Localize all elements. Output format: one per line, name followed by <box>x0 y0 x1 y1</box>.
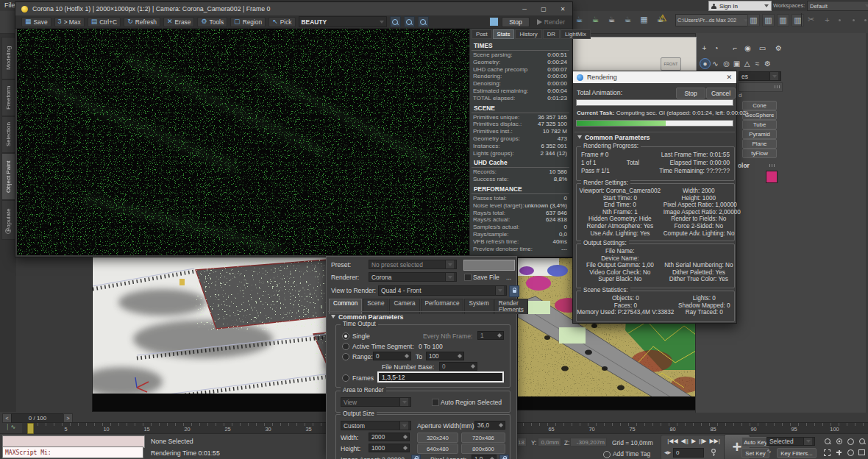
current-frame-field[interactable]: 0 <box>673 448 704 458</box>
tab-post[interactable]: Post <box>472 29 492 39</box>
corona-toolbar-button[interactable]: ▤ Ctrl+C <box>88 17 121 27</box>
preset-800x600-button[interactable]: 800x600 <box>461 444 505 454</box>
primitive-category-dropdown[interactable]: es <box>739 71 781 81</box>
browse-button[interactable]: ... <box>506 274 511 281</box>
aperture-spinner[interactable]: 36,0 <box>474 421 505 430</box>
orbit-icon[interactable] <box>846 448 855 457</box>
range-from-spinner[interactable]: 0 <box>373 352 411 360</box>
container-icon[interactable]: ▥ <box>791 14 804 26</box>
zoom-region-icon[interactable] <box>822 448 832 457</box>
pixel-aspect-spinner[interactable]: 1,0 <box>472 455 497 459</box>
corona-toolbar-button[interactable]: ↖ Pick <box>268 17 295 27</box>
close-icon[interactable]: ✕ <box>726 74 732 81</box>
name-color-rollout-fragment[interactable]: olor <box>738 162 750 169</box>
tab-history[interactable]: History <box>515 29 541 39</box>
frames-radio[interactable] <box>342 374 349 382</box>
ribbon-tab-modeling[interactable]: Modeling <box>1 37 15 79</box>
transport-button[interactable]: ▶▶| <box>709 438 719 444</box>
area-to-render-dropdown[interactable]: View <box>341 397 411 407</box>
tab-dr[interactable]: DR <box>543 29 560 39</box>
curve-editor-icons[interactable]: ⏐∿ <box>6 424 17 431</box>
toolbar-render-icon[interactable]: ☕ <box>573 13 586 26</box>
toolbar-disabled-icon[interactable]: + <box>822 14 833 25</box>
zoom-extents-icon[interactable] <box>846 437 855 446</box>
toolbar-render-icon[interactable]: ☕ <box>589 13 602 26</box>
preset-320x240-button[interactable]: 320x240 <box>417 433 458 443</box>
height-spinner[interactable]: 1000 <box>369 444 410 452</box>
auto-key-button[interactable]: Auto Key <box>741 437 769 447</box>
transport-button[interactable]: ▶ <box>691 438 696 444</box>
tab-stats[interactable]: Stats <box>493 29 515 39</box>
create-tab-icon[interactable]: + <box>700 43 709 53</box>
shapes-icon[interactable]: ∿ <box>711 59 720 68</box>
file-menu[interactable]: File <box>4 1 15 9</box>
container-icon[interactable]: ▥ <box>762 14 775 26</box>
zoom-icon[interactable] <box>822 437 832 446</box>
cancel-button[interactable]: Cancel <box>706 88 736 99</box>
file-number-base-spinner[interactable]: 0 <box>439 362 477 371</box>
start-render-button[interactable]: Render <box>533 18 569 26</box>
pan-icon[interactable] <box>834 448 844 457</box>
nudge-frame-icon[interactable]: ◀▶ <box>664 449 671 455</box>
zoom-out-button[interactable] <box>404 16 415 27</box>
preset-720x486-button[interactable]: 720x486 <box>461 433 505 443</box>
toolbar-disabled-icon[interactable]: ✂ <box>805 14 817 25</box>
space-warps-icon[interactable]: ≈ <box>753 59 762 68</box>
active-time-segment-radio[interactable] <box>342 343 349 350</box>
geometry-icon[interactable]: ● <box>700 58 711 69</box>
set-key-button[interactable]: Set Key <box>741 448 769 458</box>
corona-toolbar-button[interactable]: 3 > Max <box>54 17 85 27</box>
key-mode-icon[interactable] <box>710 449 717 457</box>
width-spinner[interactable]: 2000 <box>369 433 410 441</box>
ribbon-collapse-icon[interactable] <box>5 228 11 234</box>
save-file-checkbox[interactable] <box>464 274 472 281</box>
frames-input[interactable]: 1,3,5-12 <box>377 371 504 382</box>
tube-button[interactable]: Tube <box>742 120 777 129</box>
stop-button[interactable]: Stop <box>676 88 705 99</box>
zoom-all-icon[interactable] <box>834 437 844 446</box>
single-radio[interactable] <box>342 332 349 340</box>
common-parameters-rollout[interactable]: Common Parameters <box>574 132 735 142</box>
ribbon-tab-selection[interactable]: Selection <box>1 116 15 153</box>
systems-icon[interactable]: ⚙ <box>763 59 772 68</box>
key-filters-button[interactable]: Key Filters... <box>777 448 817 458</box>
maxscript-mini-listener[interactable]: MAXScript Mi: <box>2 446 143 458</box>
object-color-swatch[interactable] <box>766 171 778 183</box>
container-icon[interactable]: ▥ <box>777 14 789 26</box>
selection-filter-dropdown[interactable]: Selected <box>766 437 815 446</box>
corona-toolbar-button[interactable]: ▢ Region <box>230 17 266 27</box>
every-nth-frame-spinner[interactable]: 1 <box>477 331 504 340</box>
pixel-aspect-lock-button[interactable] <box>499 455 509 459</box>
pyramid-button[interactable]: Pyramid <box>742 129 777 139</box>
cameras-icon[interactable]: ▣ <box>732 59 741 68</box>
rfw-button[interactable]: FRONT <box>661 57 681 71</box>
corona-vfb-titlebar[interactable]: Corona 10 (Hotfix 1) | 2000×1000px (1:2)… <box>15 2 572 16</box>
corona-toolbar-button[interactable]: ✕ Erase <box>163 17 194 27</box>
range-radio[interactable] <box>342 353 349 360</box>
rendering-dialog-titlebar[interactable]: Rendering ✕ <box>573 71 736 83</box>
view-to-render-dropdown[interactable]: Quad 4 - Front <box>378 285 507 296</box>
stop-render-button[interactable]: Stop <box>502 17 530 27</box>
ribbon-tab-freeform[interactable]: Freeform <box>1 79 15 116</box>
motion-tab-icon[interactable]: ◉ <box>743 43 753 53</box>
corona-toolbar-button[interactable]: ⚙ Tools <box>197 17 227 27</box>
y-coordinate-field[interactable]: 0,0mm <box>538 438 561 446</box>
minimize-icon[interactable]: ─ <box>515 3 534 15</box>
lock-view-button[interactable] <box>509 285 519 297</box>
zoom-extents-all-icon[interactable] <box>857 437 867 446</box>
hierarchy-tab-icon[interactable]: ⌐ <box>730 43 740 53</box>
x-coordinate-field[interactable]: 18 <box>517 438 527 446</box>
utilities-tab-icon[interactable]: ⚙ <box>774 43 783 53</box>
modify-tab-icon[interactable]: ◔ <box>711 43 721 53</box>
output-size-dropdown[interactable]: Custom <box>341 421 411 430</box>
plane-button[interactable]: Plane <box>742 139 777 149</box>
lights-icon[interactable]: ◎ <box>722 59 731 68</box>
container-icon[interactable]: ▥ <box>747 14 760 26</box>
timeline-playhead[interactable] <box>27 423 34 434</box>
transport-button[interactable]: |◀◀ <box>667 438 677 444</box>
object-type-rollout[interactable] <box>739 82 783 92</box>
zoom-reset-button[interactable] <box>418 16 429 27</box>
tab-lightmix[interactable]: LightMix <box>561 29 591 39</box>
corona-toolbar-button[interactable]: ↻ Refresh <box>124 17 160 27</box>
render-element-dropdown[interactable]: BEAUTY <box>299 16 387 27</box>
